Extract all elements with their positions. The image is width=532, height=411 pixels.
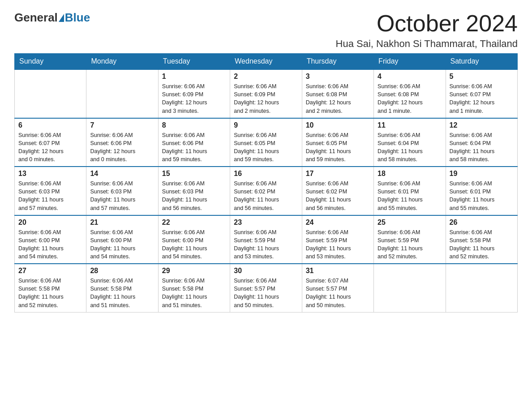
day-info: Sunrise: 6:06 AM Sunset: 6:03 PM Dayligh… [162, 180, 226, 212]
calendar-cell: 11Sunrise: 6:06 AM Sunset: 6:04 PM Dayli… [374, 118, 446, 167]
calendar-cell [446, 264, 517, 312]
day-info: Sunrise: 6:06 AM Sunset: 5:58 PM Dayligh… [162, 277, 226, 309]
calendar-cell: 21Sunrise: 6:06 AM Sunset: 6:00 PM Dayli… [86, 215, 158, 264]
week-row-1: 1Sunrise: 6:06 AM Sunset: 6:09 PM Daylig… [15, 69, 518, 118]
day-info: Sunrise: 6:06 AM Sunset: 6:07 PM Dayligh… [18, 131, 82, 164]
day-info: Sunrise: 6:06 AM Sunset: 5:58 PM Dayligh… [450, 228, 514, 261]
day-info: Sunrise: 6:06 AM Sunset: 6:04 PM Dayligh… [450, 131, 514, 164]
calendar-cell: 16Sunrise: 6:06 AM Sunset: 6:02 PM Dayli… [230, 167, 302, 215]
day-number: 1 [162, 73, 226, 81]
day-number: 14 [90, 170, 154, 178]
day-number: 20 [18, 218, 82, 227]
calendar-cell: 2Sunrise: 6:06 AM Sunset: 6:09 PM Daylig… [230, 69, 302, 118]
day-number: 18 [378, 170, 442, 178]
day-number: 6 [18, 121, 82, 129]
calendar-cell: 13Sunrise: 6:06 AM Sunset: 6:03 PM Dayli… [15, 167, 86, 215]
calendar-cell: 5Sunrise: 6:06 AM Sunset: 6:07 PM Daylig… [446, 69, 517, 118]
calendar-cell [86, 69, 158, 118]
day-number: 21 [90, 218, 154, 227]
day-number: 12 [450, 121, 514, 129]
logo-general-text: General [14, 11, 58, 25]
days-header-row: SundayMondayTuesdayWednesdayThursdayFrid… [15, 54, 518, 70]
calendar-cell: 27Sunrise: 6:06 AM Sunset: 5:58 PM Dayli… [15, 264, 86, 312]
day-number: 26 [450, 218, 514, 227]
day-number: 2 [234, 73, 298, 81]
calendar-cell: 18Sunrise: 6:06 AM Sunset: 6:01 PM Dayli… [374, 167, 446, 215]
day-number: 31 [306, 267, 370, 275]
day-info: Sunrise: 6:06 AM Sunset: 6:07 PM Dayligh… [450, 82, 514, 115]
day-header-tuesday: Tuesday [158, 54, 230, 70]
day-number: 4 [378, 73, 442, 81]
day-info: Sunrise: 6:06 AM Sunset: 6:02 PM Dayligh… [306, 180, 370, 212]
calendar-cell: 30Sunrise: 6:06 AM Sunset: 5:57 PM Dayli… [230, 264, 302, 312]
week-row-4: 20Sunrise: 6:06 AM Sunset: 6:00 PM Dayli… [15, 215, 518, 264]
day-number: 13 [18, 170, 82, 178]
day-header-wednesday: Wednesday [230, 54, 302, 70]
calendar-cell: 14Sunrise: 6:06 AM Sunset: 6:03 PM Dayli… [86, 167, 158, 215]
day-info: Sunrise: 6:06 AM Sunset: 6:00 PM Dayligh… [90, 228, 154, 261]
calendar-cell: 31Sunrise: 6:07 AM Sunset: 5:57 PM Dayli… [302, 264, 373, 312]
day-info: Sunrise: 6:07 AM Sunset: 5:57 PM Dayligh… [306, 277, 370, 309]
day-header-friday: Friday [374, 54, 446, 70]
day-header-saturday: Saturday [446, 54, 517, 70]
day-header-thursday: Thursday [302, 54, 373, 70]
calendar-cell: 20Sunrise: 6:06 AM Sunset: 6:00 PM Dayli… [15, 215, 86, 264]
day-number: 28 [90, 267, 154, 275]
day-number: 24 [306, 218, 370, 227]
day-number: 8 [162, 121, 226, 129]
day-info: Sunrise: 6:06 AM Sunset: 6:08 PM Dayligh… [306, 82, 370, 115]
day-info: Sunrise: 6:06 AM Sunset: 5:58 PM Dayligh… [90, 277, 154, 309]
calendar-cell: 10Sunrise: 6:06 AM Sunset: 6:05 PM Dayli… [302, 118, 373, 167]
day-number: 22 [162, 218, 226, 227]
calendar-table: SundayMondayTuesdayWednesdayThursdayFrid… [14, 53, 518, 313]
day-info: Sunrise: 6:06 AM Sunset: 6:06 PM Dayligh… [90, 131, 154, 164]
week-row-3: 13Sunrise: 6:06 AM Sunset: 6:03 PM Dayli… [15, 167, 518, 215]
day-info: Sunrise: 6:06 AM Sunset: 6:03 PM Dayligh… [90, 180, 154, 212]
day-number: 9 [234, 121, 298, 129]
location-title: Hua Sai, Nakhon Si Thammarat, Thailand [336, 38, 518, 50]
day-info: Sunrise: 6:06 AM Sunset: 6:02 PM Dayligh… [234, 180, 298, 212]
calendar-cell [374, 264, 446, 312]
calendar-cell: 23Sunrise: 6:06 AM Sunset: 5:59 PM Dayli… [230, 215, 302, 264]
day-info: Sunrise: 6:06 AM Sunset: 5:59 PM Dayligh… [378, 228, 442, 261]
day-number: 30 [234, 267, 298, 275]
calendar-cell: 17Sunrise: 6:06 AM Sunset: 6:02 PM Dayli… [302, 167, 373, 215]
calendar-cell: 28Sunrise: 6:06 AM Sunset: 5:58 PM Dayli… [86, 264, 158, 312]
day-number: 15 [162, 170, 226, 178]
month-title: October 2024 [336, 11, 518, 36]
day-number: 19 [450, 170, 514, 178]
day-number: 17 [306, 170, 370, 178]
day-header-monday: Monday [86, 54, 158, 70]
day-info: Sunrise: 6:06 AM Sunset: 6:01 PM Dayligh… [378, 180, 442, 212]
calendar-cell: 15Sunrise: 6:06 AM Sunset: 6:03 PM Dayli… [158, 167, 230, 215]
logo-triangle-icon [59, 14, 64, 22]
day-number: 27 [18, 267, 82, 275]
day-info: Sunrise: 6:06 AM Sunset: 6:05 PM Dayligh… [306, 131, 370, 164]
calendar-cell: 3Sunrise: 6:06 AM Sunset: 6:08 PM Daylig… [302, 69, 373, 118]
calendar-cell: 22Sunrise: 6:06 AM Sunset: 6:00 PM Dayli… [158, 215, 230, 264]
logo: General Blue [14, 11, 90, 25]
calendar-cell: 26Sunrise: 6:06 AM Sunset: 5:58 PM Dayli… [446, 215, 517, 264]
title-block: October 2024 Hua Sai, Nakhon Si Thammara… [336, 11, 518, 50]
calendar-cell: 9Sunrise: 6:06 AM Sunset: 6:05 PM Daylig… [230, 118, 302, 167]
day-info: Sunrise: 6:06 AM Sunset: 5:58 PM Dayligh… [18, 277, 82, 309]
day-info: Sunrise: 6:06 AM Sunset: 6:03 PM Dayligh… [18, 180, 82, 212]
calendar-cell: 29Sunrise: 6:06 AM Sunset: 5:58 PM Dayli… [158, 264, 230, 312]
day-info: Sunrise: 6:06 AM Sunset: 5:59 PM Dayligh… [234, 228, 298, 261]
day-number: 23 [234, 218, 298, 227]
week-row-5: 27Sunrise: 6:06 AM Sunset: 5:58 PM Dayli… [15, 264, 518, 312]
calendar-cell [15, 69, 86, 118]
day-info: Sunrise: 6:06 AM Sunset: 6:08 PM Dayligh… [378, 82, 442, 115]
calendar-cell: 24Sunrise: 6:06 AM Sunset: 5:59 PM Dayli… [302, 215, 373, 264]
day-info: Sunrise: 6:06 AM Sunset: 6:04 PM Dayligh… [378, 131, 442, 164]
day-number: 10 [306, 121, 370, 129]
calendar-cell: 25Sunrise: 6:06 AM Sunset: 5:59 PM Dayli… [374, 215, 446, 264]
day-info: Sunrise: 6:06 AM Sunset: 6:05 PM Dayligh… [234, 131, 298, 164]
day-header-sunday: Sunday [15, 54, 86, 70]
day-info: Sunrise: 6:06 AM Sunset: 6:00 PM Dayligh… [162, 228, 226, 261]
calendar-cell: 12Sunrise: 6:06 AM Sunset: 6:04 PM Dayli… [446, 118, 517, 167]
day-info: Sunrise: 6:06 AM Sunset: 6:09 PM Dayligh… [234, 82, 298, 115]
day-info: Sunrise: 6:06 AM Sunset: 6:09 PM Dayligh… [162, 82, 226, 115]
day-info: Sunrise: 6:06 AM Sunset: 6:06 PM Dayligh… [162, 131, 226, 164]
calendar-cell: 6Sunrise: 6:06 AM Sunset: 6:07 PM Daylig… [15, 118, 86, 167]
